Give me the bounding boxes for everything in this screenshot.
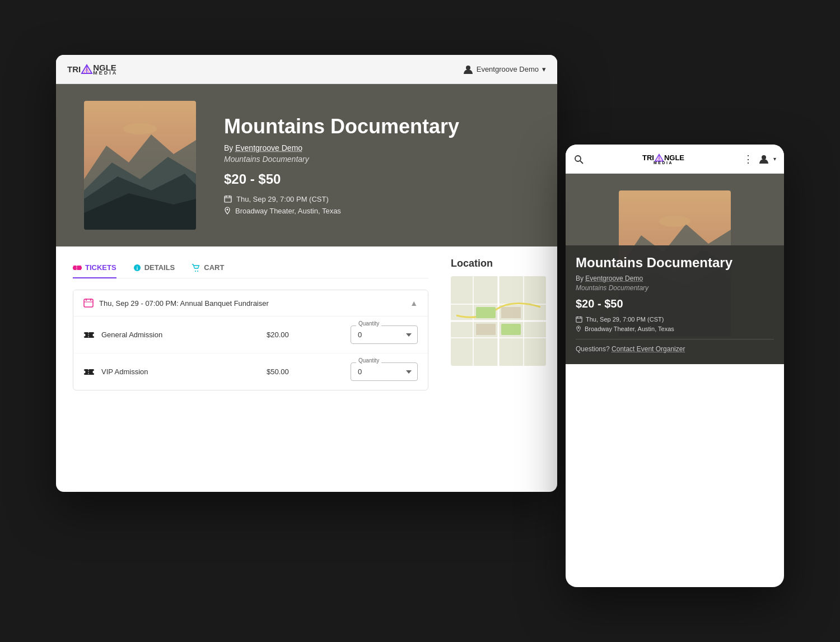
mobile-subtitle: Mountains Documentary (576, 284, 774, 292)
event-hero-image (84, 101, 196, 230)
mobile-event-title: Mountains Documentary (576, 255, 774, 270)
mobile-logo-sub: MEDIA (654, 161, 673, 165)
browser-topbar: TRI NGLE MEDIA (56, 55, 557, 84)
hero-by: By Eventgroove Demo (224, 143, 529, 152)
qty-select-vip: Quantity 0 1 2 3 4 5 (351, 362, 418, 381)
user-icon (463, 64, 473, 75)
svg-point-16 (227, 209, 228, 211)
user-chevron-icon: ▾ (542, 65, 546, 73)
hero-info: Mountains Documentary By Eventgroove Dem… (224, 115, 529, 215)
mobile-user-chevron: ▾ (773, 156, 776, 162)
right-panel: Location (445, 246, 557, 407)
mobile-by: By Eventgroove Demo (576, 275, 774, 282)
location-icon (224, 207, 231, 215)
map-graphic (451, 276, 546, 366)
ticket-icon-vip (83, 366, 95, 378)
mobile-price: $20 - $50 (576, 297, 774, 310)
session-calendar-icon (83, 298, 94, 308)
desktop-logo: TRI NGLE MEDIA (67, 63, 118, 76)
ticket-price-general: $20.00 (267, 331, 306, 339)
svg-rect-29 (84, 332, 94, 338)
main-panel: TICKETS i DETAILS (56, 246, 445, 407)
event-title: Mountains Documentary (224, 115, 529, 138)
hero-subtitle: Mountains Documentary (224, 155, 529, 164)
mobile-date: Thu, Sep 29, 7:00 PM (CST) (576, 316, 774, 323)
svg-rect-33 (84, 369, 94, 375)
ticket-icon-general (83, 329, 95, 341)
qty-label-general: Quantity (356, 320, 381, 327)
mobile-search-icon[interactable] (573, 154, 584, 164)
svg-point-54 (762, 155, 766, 160)
browser-user-menu[interactable]: Eventgroove Demo ▾ (463, 64, 546, 75)
qty-select-general: Quantity 0 1 2 3 4 5 (351, 325, 418, 344)
ticket-row-general: General Admission $20.00 Quantity 0 1 2 … (73, 317, 428, 353)
ticket-name-vip: VIP Admission (101, 367, 267, 376)
mobile-organizer-link[interactable]: Eventgroove Demo (585, 275, 643, 282)
svg-line-49 (580, 161, 583, 164)
mobile-location-icon (576, 325, 581, 332)
tab-details-label: DETAILS (144, 263, 175, 272)
mobile-hero: Mountains Documentary By Eventgroove Dem… (566, 174, 784, 364)
mobile-meta: Thu, Sep 29, 7:00 PM (CST) Broadway Thea… (576, 316, 774, 332)
hero-meta: Thu, Sep 29, 7:00 PM (CST) Broadway Thea… (224, 195, 529, 215)
ticket-name-general: General Admission (101, 331, 267, 339)
hero-date: Thu, Sep 29, 7:00 PM (CST) (224, 195, 529, 203)
qty-input-general[interactable]: 0 1 2 3 4 5 (351, 325, 418, 344)
session-block: Thu, Sep 29 - 07:00 PM: Annual Banquet F… (73, 290, 428, 390)
svg-rect-45 (501, 324, 521, 335)
desktop-browser: TRI NGLE MEDIA (56, 55, 557, 492)
tab-cart-label: CART (204, 263, 224, 272)
svg-point-24 (197, 271, 198, 272)
logo-tri-text: TRI (67, 64, 81, 74)
cart-icon (192, 264, 200, 272)
hero-price: $20 - $50 (224, 171, 529, 187)
tab-tickets-label: TICKETS (85, 263, 116, 272)
mobile-contact: Questions? Contact Event Organizer (576, 339, 774, 353)
qty-input-vip[interactable]: 0 1 2 3 4 5 (351, 362, 418, 381)
tab-tickets[interactable]: TICKETS (73, 258, 116, 278)
mobile-calendar-icon (576, 316, 582, 323)
ticket-row-vip: VIP Admission $50.00 Quantity 0 1 2 3 4 … (73, 353, 428, 390)
svg-point-60 (659, 216, 690, 227)
user-name: Eventgroove Demo (477, 65, 539, 73)
mobile-location: Broadway Theater, Austin, Texas (576, 325, 774, 332)
tab-cart[interactable]: CART (192, 258, 224, 278)
svg-rect-47 (501, 307, 521, 318)
session-header[interactable]: Thu, Sep 29 - 07:00 PM: Annual Banquet F… (73, 290, 428, 317)
location-title: Location (451, 258, 546, 269)
map-placeholder (451, 276, 546, 366)
mobile-browser: TRI NGLE MEDIA ⋮ ▾ (566, 145, 784, 587)
mobile-logo-pre: TRI (642, 153, 654, 162)
collapse-icon[interactable]: ▲ (410, 299, 418, 308)
svg-rect-46 (476, 324, 496, 335)
svg-rect-25 (84, 299, 93, 307)
logo-media-text: MEDIA (93, 70, 118, 76)
mobile-more-icon[interactable]: ⋮ (743, 153, 754, 165)
svg-point-48 (575, 156, 581, 161)
calendar-icon (224, 195, 232, 203)
svg-rect-12 (225, 196, 231, 202)
tab-details[interactable]: i DETAILS (133, 258, 175, 278)
ticket-price-vip: $50.00 (267, 367, 306, 376)
mobile-contact-link[interactable]: Contact Event Organizer (612, 345, 685, 353)
session-title-area: Thu, Sep 29 - 07:00 PM: Annual Banquet F… (83, 298, 269, 308)
hero-section: Mountains Documentary By Eventgroove Dem… (56, 84, 557, 246)
mobile-topbar: TRI NGLE MEDIA ⋮ ▾ (566, 145, 784, 174)
mobile-logo: TRI NGLE MEDIA (642, 153, 684, 165)
qty-label-vip: Quantity (356, 357, 381, 364)
organizer-link[interactable]: Eventgroove Demo (235, 143, 302, 152)
mountain-art-desktop (84, 101, 196, 230)
svg-point-65 (578, 327, 580, 329)
svg-rect-17 (73, 266, 81, 270)
content-area: TICKETS i DETAILS (56, 246, 557, 407)
session-title: Thu, Sep 29 - 07:00 PM: Annual Banquet F… (99, 299, 269, 308)
logo-triangle-icon (81, 64, 93, 75)
svg-text:i: i (136, 266, 138, 271)
mobile-topbar-right: ⋮ ▾ (743, 153, 776, 165)
svg-rect-61 (576, 317, 582, 322)
mobile-user-icon[interactable] (759, 154, 769, 164)
tickets-icon (73, 264, 82, 272)
details-icon: i (133, 264, 141, 272)
svg-point-5 (466, 66, 470, 70)
svg-rect-44 (476, 307, 496, 318)
